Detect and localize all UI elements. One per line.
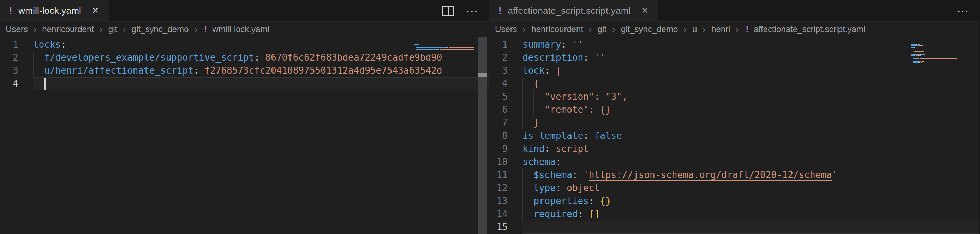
line-number: 1 [0, 38, 18, 51]
tab-affectionate-script[interactable]: ! affectionate_script.script.yaml ✕ [489, 0, 659, 21]
indent-guide [522, 168, 523, 182]
line-number: 7 [489, 116, 508, 129]
code-line[interactable]: 7 } [489, 116, 979, 129]
breadcrumb-item-git[interactable]: git [598, 24, 606, 34]
code-editor-right[interactable]: 1summary: ''2description: ''3lock: |4 {5… [489, 36, 979, 234]
breadcrumb-item-henri[interactable]: henri [711, 24, 730, 34]
code-line[interactable]: 2description: '' [489, 51, 979, 64]
code-line[interactable]: 5 "version": "3", [489, 90, 979, 103]
line-number: 2 [0, 51, 18, 64]
breadcrumb-file-label: affectionate_script.script.yaml [754, 24, 865, 34]
chevron-right-icon: › [684, 24, 687, 35]
tabbar-actions-right: ⋯ [957, 0, 979, 22]
line-number: 4 [489, 77, 508, 90]
code-line-content [522, 221, 979, 234]
line-number: 6 [489, 103, 508, 116]
code-line[interactable]: 14 required: [] [489, 207, 979, 221]
breadcrumb-item-git_sync_demo[interactable]: git_sync_demo [621, 24, 678, 34]
code-line[interactable]: 4 [0, 77, 488, 90]
breadcrumb-item-u[interactable]: u [692, 24, 697, 34]
indent-guide [522, 194, 523, 207]
code-line[interactable]: 12 type: object [489, 182, 979, 194]
breadcrumb-item-users[interactable]: Users [6, 24, 28, 34]
indent-guide [522, 182, 523, 194]
code-line[interactable]: 6 "remote": {} [489, 103, 979, 116]
code-line[interactable]: 4 { [489, 77, 979, 90]
chevron-right-icon: › [589, 24, 592, 35]
breadcrumb-item-henricourdent[interactable]: henricourdent [42, 24, 94, 34]
chevron-right-icon: › [612, 24, 615, 35]
chevron-right-icon: › [736, 24, 739, 35]
code-line[interactable]: 8is_template: false [489, 129, 979, 142]
code-editor-left[interactable]: 1locks:2 f/developers_example/supportive… [0, 36, 488, 234]
code-line[interactable]: 3lock: | [489, 64, 979, 77]
code-line[interactable]: 11 $schema: 'https://json-schema.org/dra… [489, 168, 979, 182]
split-editor-icon[interactable] [442, 6, 454, 16]
code-line-content: properties: {} [522, 194, 979, 207]
code-line[interactable]: 13 properties: {} [489, 194, 979, 207]
code-line-content: lock: | [522, 64, 979, 77]
scrollbar-cursor-marker [478, 73, 487, 77]
breadcrumb-item-git_sync_demo[interactable]: git_sync_demo [132, 24, 189, 34]
breadcrumbs-right: Users›henricourdent›git›git_sync_demo›u›… [489, 22, 979, 36]
line-number: 13 [489, 194, 508, 207]
breadcrumb-file[interactable]: !wmill-lock.yaml [203, 24, 269, 34]
code-line[interactable]: 10schema: [489, 155, 979, 168]
editor-workbench: ! wmill-lock.yaml ✕ ⋯ Users›henricourden… [0, 0, 980, 234]
vertical-scrollbar[interactable] [478, 36, 487, 234]
indent-guide [533, 103, 534, 116]
indent-guide [522, 103, 523, 116]
line-number: 5 [489, 90, 508, 103]
line-number: 1 [489, 38, 508, 51]
indent-guide [33, 51, 34, 64]
tab-label: affectionate_script.script.yaml [508, 5, 630, 16]
minimap-line [414, 38, 477, 41]
code-rows: 1summary: ''2description: ''3lock: |4 {5… [489, 36, 979, 234]
code-line[interactable]: 1summary: '' [489, 38, 979, 51]
tabbar-actions-left: ⋯ [442, 0, 488, 22]
breadcrumb-item-henricourdent[interactable]: henricourdent [531, 24, 583, 34]
breadcrumb-file-label: wmill-lock.yaml [212, 24, 269, 34]
code-line[interactable]: 3 u/henri/affectionate_script: f2768573c… [0, 64, 488, 77]
close-icon[interactable]: ✕ [639, 5, 650, 16]
code-line-content: is_template: false [522, 129, 979, 142]
indent-guide [522, 77, 523, 90]
more-actions-icon[interactable]: ⋯ [466, 6, 479, 16]
tabbar-left: ! wmill-lock.yaml ✕ ⋯ [0, 0, 488, 22]
code-line-content: { [522, 77, 979, 90]
code-line-content: type: object [522, 182, 979, 194]
editor-group-left: ! wmill-lock.yaml ✕ ⋯ Users›henricourden… [0, 0, 489, 234]
indent-guide [33, 64, 34, 77]
line-number: 12 [489, 182, 508, 194]
breadcrumbs-left: Users›henricourdent›git›git_sync_demo›!w… [0, 22, 488, 36]
breadcrumb-item-users[interactable]: Users [495, 24, 517, 34]
line-number: 3 [489, 64, 508, 77]
minimap-line [414, 41, 477, 44]
line-number: 8 [489, 129, 508, 142]
breadcrumb-item-git[interactable]: git [108, 24, 117, 34]
close-icon[interactable]: ✕ [90, 5, 101, 16]
minimap-line [414, 44, 477, 47]
line-number: 4 [0, 77, 18, 90]
indent-guide [522, 116, 523, 129]
yaml-file-icon: ! [497, 5, 503, 16]
code-line-content [33, 77, 488, 90]
line-number: 15 [489, 221, 508, 234]
minimap[interactable] [911, 38, 969, 60]
tab-wmill-lock[interactable]: ! wmill-lock.yaml ✕ [0, 0, 109, 21]
text-cursor [44, 78, 46, 90]
code-line[interactable]: 9kind: script [489, 142, 979, 155]
chevron-right-icon: › [703, 24, 706, 35]
more-actions-icon[interactable]: ⋯ [957, 6, 969, 16]
line-number: 10 [489, 155, 508, 168]
code-line[interactable]: 15 [489, 221, 979, 234]
breadcrumb-file[interactable]: !affectionate_script.script.yaml [745, 24, 865, 34]
chevron-right-icon: › [33, 24, 37, 35]
minimap[interactable] [414, 38, 477, 50]
chevron-right-icon: › [194, 24, 197, 35]
schema-url-link[interactable]: https://json-schema.org/draft/2020-12/sc… [589, 169, 832, 180]
line-number: 14 [489, 207, 508, 221]
code-line-content: f/developers_example/supportive_script: … [33, 51, 488, 64]
line-number: 2 [489, 51, 508, 64]
code-line-content: u/henri/affectionate_script: f2768573cfc… [33, 64, 488, 77]
